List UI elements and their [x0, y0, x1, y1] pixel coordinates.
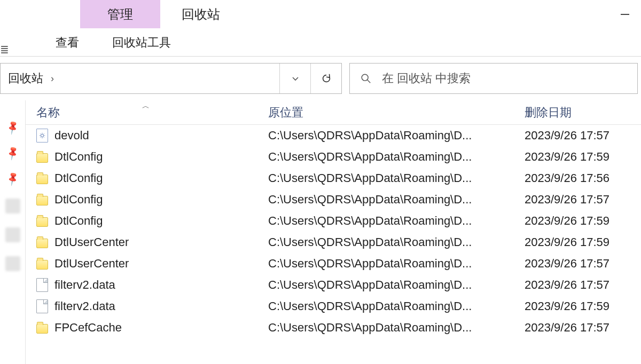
tab-view[interactable]: 查看 — [41, 29, 94, 56]
cell-original: C:\Users\QDRS\AppData\Roaming\D... — [266, 299, 522, 313]
cell-name: FPCefCache — [26, 321, 266, 335]
cell-deleted: 2023/9/26 17:59 — [522, 235, 641, 249]
cell-deleted: 2023/9/26 17:56 — [522, 171, 641, 185]
nav-pane[interactable]: 📌 📌 📌 — [0, 100, 26, 364]
cell-name: DtlUserCenter — [26, 235, 266, 249]
chevron-down-icon — [291, 74, 300, 83]
folder-icon — [36, 239, 48, 248]
cell-original: C:\Users\QDRS\AppData\Roaming\D... — [266, 235, 522, 249]
refresh-button[interactable] — [310, 64, 341, 93]
breadcrumb[interactable]: 回收站 — [1, 70, 51, 86]
cell-deleted: 2023/9/26 17:57 — [522, 257, 641, 271]
pin-icon[interactable]: 📌 — [4, 120, 21, 136]
cell-original: C:\Users\QDRS\AppData\Roaming\D... — [266, 214, 522, 228]
file-name: DtlConfig — [54, 214, 103, 228]
column-headers: ︿ 名称 原位置 删除日期 — [26, 100, 641, 125]
search-placeholder: 在 回收站 中搜索 — [382, 70, 471, 86]
file-name: DtlUserCenter — [54, 257, 129, 271]
file-name: filterv2.data — [54, 278, 115, 292]
svg-point-1 — [362, 74, 368, 81]
window-title: 回收站 — [182, 0, 220, 28]
folder-icon — [36, 217, 48, 227]
folder-icon — [36, 175, 48, 184]
cell-name: DtlConfig — [26, 193, 266, 207]
file-name: devold — [54, 129, 89, 143]
table-row[interactable]: DtlConfigC:\Users\QDRS\AppData\Roaming\D… — [26, 189, 641, 210]
table-row[interactable]: filterv2.dataC:\Users\QDRS\AppData\Roami… — [26, 296, 641, 317]
chevron-right-icon[interactable]: › — [51, 73, 57, 84]
table-row[interactable]: filterv2.dataC:\Users\QDRS\AppData\Roami… — [26, 274, 641, 296]
ribbon-left-edge: ≣ — [0, 43, 9, 56]
refresh-icon — [320, 73, 332, 84]
cell-name: DtlConfig — [26, 214, 266, 228]
column-header-name[interactable]: ︿ 名称 — [26, 105, 266, 121]
cell-original: C:\Users\QDRS\AppData\Roaming\D... — [266, 129, 522, 143]
column-header-name-label: 名称 — [36, 106, 60, 119]
column-header-original[interactable]: 原位置 — [266, 105, 522, 121]
folder-icon — [36, 324, 48, 334]
cell-original: C:\Users\QDRS\AppData\Roaming\D... — [266, 278, 522, 292]
cell-name: filterv2.data — [26, 299, 266, 313]
tab-recycle-tools[interactable]: 回收站工具 — [97, 29, 186, 56]
table-row[interactable]: DtlUserCenterC:\Users\QDRS\AppData\Roami… — [26, 232, 641, 253]
folder-icon — [36, 260, 48, 270]
table-row[interactable]: devoldC:\Users\QDRS\AppData\Roaming\D...… — [26, 125, 641, 146]
cell-deleted: 2023/9/26 17:59 — [522, 299, 641, 313]
file-icon — [36, 278, 48, 292]
file-name: DtlConfig — [54, 193, 103, 207]
cell-name: filterv2.data — [26, 278, 266, 292]
cell-original: C:\Users\QDRS\AppData\Roaming\D... — [266, 171, 522, 185]
pin-icon[interactable]: 📌 — [4, 145, 21, 162]
nav-row: 回收站 › 在 回收站 中搜索 — [0, 57, 641, 100]
minimize-button[interactable] — [609, 0, 641, 28]
cell-original: C:\Users\QDRS\AppData\Roaming\D... — [266, 150, 522, 164]
cell-deleted: 2023/9/26 17:59 — [522, 150, 641, 164]
address-bar[interactable]: 回收站 › — [0, 63, 342, 94]
pin-icon[interactable]: 📌 — [4, 171, 21, 187]
table-row[interactable]: FPCefCacheC:\Users\QDRS\AppData\Roaming\… — [26, 317, 641, 338]
cell-name: DtlConfig — [26, 150, 266, 164]
file-icon — [36, 299, 48, 313]
file-name: filterv2.data — [54, 299, 115, 313]
contextual-tab-manage[interactable]: 管理 — [80, 0, 160, 28]
rows-container: devoldC:\Users\QDRS\AppData\Roaming\D...… — [26, 125, 641, 338]
file-name: DtlUserCenter — [54, 235, 129, 249]
cell-original: C:\Users\QDRS\AppData\Roaming\D... — [266, 193, 522, 207]
main-area: 📌 📌 📌 ︿ 名称 原位置 删除日期 devoldC:\Users\QDRS\… — [0, 100, 641, 364]
file-name: DtlConfig — [54, 150, 103, 164]
cell-deleted: 2023/9/26 17:57 — [522, 278, 641, 292]
file-list: ︿ 名称 原位置 删除日期 devoldC:\Users\QDRS\AppDat… — [26, 100, 641, 364]
cell-deleted: 2023/9/26 17:57 — [522, 321, 641, 335]
cell-name: DtlUserCenter — [26, 257, 266, 271]
config-icon — [36, 129, 48, 143]
column-header-deleted[interactable]: 删除日期 — [522, 105, 641, 121]
folder-icon — [36, 153, 48, 163]
table-row[interactable]: DtlConfigC:\Users\QDRS\AppData\Roaming\D… — [26, 210, 641, 232]
table-row[interactable]: DtlConfigC:\Users\QDRS\AppData\Roaming\D… — [26, 168, 641, 189]
table-row[interactable]: DtlUserCenterC:\Users\QDRS\AppData\Roami… — [26, 253, 641, 274]
cell-deleted: 2023/9/26 17:59 — [522, 214, 641, 228]
cell-original: C:\Users\QDRS\AppData\Roaming\D... — [266, 257, 522, 271]
nav-item[interactable] — [5, 199, 20, 213]
svg-point-3 — [41, 134, 43, 137]
cell-name: DtlConfig — [26, 171, 266, 185]
search-input[interactable]: 在 回收站 中搜索 — [349, 63, 638, 94]
minimize-icon — [620, 9, 630, 20]
search-icon — [350, 73, 382, 84]
cell-deleted: 2023/9/26 17:57 — [522, 193, 641, 207]
cell-name: devold — [26, 129, 266, 143]
address-history-dropdown[interactable] — [279, 64, 310, 93]
file-name: FPCefCache — [54, 321, 122, 335]
cell-deleted: 2023/9/26 17:57 — [522, 129, 641, 143]
file-name: DtlConfig — [54, 171, 103, 185]
table-row[interactable]: DtlConfigC:\Users\QDRS\AppData\Roaming\D… — [26, 146, 641, 168]
nav-item[interactable] — [5, 256, 20, 271]
nav-item[interactable] — [5, 227, 20, 242]
cell-original: C:\Users\QDRS\AppData\Roaming\D... — [266, 321, 522, 335]
title-bar: 管理 回收站 — [0, 0, 641, 29]
svg-line-2 — [368, 80, 371, 83]
folder-icon — [36, 196, 48, 205]
ribbon-tabs: ≣ 查看 回收站工具 — [0, 29, 641, 57]
sort-ascending-icon: ︿ — [142, 101, 150, 111]
